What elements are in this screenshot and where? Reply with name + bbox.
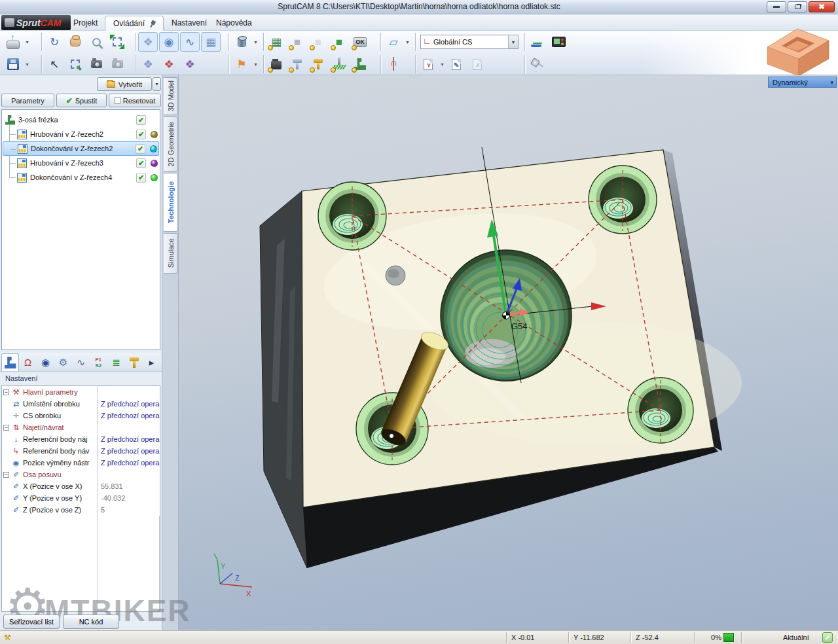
parameter-row[interactable]: ✛CS obrobkuZ předchozí opera: [2, 410, 160, 421]
stock-gray-button[interactable]: ■: [287, 32, 307, 52]
parameter-row[interactable]: ↓Referenční body nájZ předchozí opera: [2, 433, 160, 445]
workpiece-box-button[interactable]: ■: [308, 32, 328, 52]
select-rect-button[interactable]: [65, 54, 85, 74]
status-z-coordinate: Z -52.4: [636, 634, 659, 641]
save-file-button[interactable]: [3, 54, 23, 74]
spindle-head-button[interactable]: [266, 54, 286, 74]
tab-simulace[interactable]: Simulace: [164, 233, 178, 274]
pan-view-button[interactable]: [65, 32, 85, 52]
tool-silver-button[interactable]: [287, 54, 307, 74]
menu-nastaveni[interactable]: Nastavení: [164, 15, 215, 31]
menu-projekt[interactable]: Projekt: [65, 15, 105, 31]
cs-selector-combobox[interactable]: Globální CS: [420, 35, 519, 49]
filter-solids-button[interactable]: ❖: [138, 32, 158, 52]
collapse-icon[interactable]: −: [3, 425, 9, 431]
filter-points-button[interactable]: ◉: [159, 32, 179, 52]
view-cube-button-dropdown[interactable]: [404, 32, 411, 52]
menu-napoveda[interactable]: Nápověda: [208, 15, 260, 31]
view-cube-button[interactable]: ▱: [384, 32, 403, 52]
tab-more[interactable]: ▸: [143, 353, 160, 371]
tab-strategy[interactable]: ∿: [72, 353, 90, 371]
screw-button[interactable]: [528, 54, 547, 74]
capture-view-button[interactable]: [86, 54, 106, 74]
result-ok-button[interactable]: OK: [350, 32, 370, 52]
surface-select-button[interactable]: ❖: [138, 54, 158, 74]
reset-button[interactable]: Resetovat: [109, 94, 161, 107]
filter-surfaces-button[interactable]: ▦: [201, 32, 221, 52]
close-button[interactable]: ✖: [809, 1, 835, 12]
model-mesh-button[interactable]: ▦: [266, 32, 286, 52]
parameter-row[interactable]: −⇅Najetí/návrat: [2, 421, 160, 433]
parameters-button[interactable]: Parametry: [1, 94, 54, 107]
machine-console-button[interactable]: [549, 32, 568, 52]
parameter-row[interactable]: ⇄Umístění obrobkuZ předchozí opera: [2, 398, 160, 410]
tab-sphere[interactable]: ◉: [37, 353, 54, 371]
snap-magnet-button[interactable]: [384, 54, 403, 74]
tab-gear[interactable]: ⚙: [54, 353, 72, 371]
view-mode-dropdown[interactable]: Dynamický: [768, 77, 837, 88]
tab-setup-sheet[interactable]: Seřizovací list: [3, 615, 60, 629]
bookmark-button-icon: ⚑: [236, 59, 246, 70]
tree-item[interactable]: Dokončování v Z-řezech4✔: [3, 170, 159, 185]
zoom-fit-button[interactable]: [107, 32, 127, 52]
machine-button[interactable]: [350, 54, 370, 74]
cs-dropdown-arrow[interactable]: [508, 35, 518, 48]
bookmark-button[interactable]: ⚑: [232, 54, 251, 74]
simulation-layers-button[interactable]: [528, 32, 547, 52]
tool-gold-button[interactable]: [308, 54, 328, 74]
rotate-view-button[interactable]: ↻: [45, 32, 64, 52]
operation-icon: [17, 173, 27, 183]
viewport-3d[interactable]: G54 Y Z X Dynamický: [179, 75, 838, 630]
tree-item[interactable]: Dokončování v Z-řezech2✔: [3, 141, 159, 156]
parameter-row[interactable]: ◉Pozice výměny nástrZ předchozí opera: [2, 457, 160, 469]
restore-button[interactable]: [788, 1, 807, 12]
tab-machine[interactable]: [1, 353, 19, 371]
tab-nc-code[interactable]: NC kód: [63, 615, 119, 629]
cs-doc-button[interactable]: [418, 54, 438, 74]
tab-list[interactable]: ≣: [107, 353, 125, 371]
bookmark-button-dropdown[interactable]: [252, 54, 259, 74]
tab-feeds[interactable]: [90, 353, 107, 371]
menu-ovladani[interactable]: Ovládání: [105, 16, 164, 31]
tree-item[interactable]: 3-osá frézka✔: [3, 113, 159, 127]
surface-edges-button[interactable]: ❖: [159, 54, 179, 74]
open-file-button[interactable]: [3, 32, 23, 52]
cs-doc-button-dropdown[interactable]: [439, 54, 446, 74]
zoom-view-button[interactable]: [86, 32, 106, 52]
parameter-row[interactable]: ↳Referenční body návZ předchozí opera: [2, 445, 160, 457]
parameter-row[interactable]: ✐X (Pozice v ose X)55.831: [2, 480, 160, 492]
create-dropdown-button[interactable]: [153, 77, 161, 91]
stock-green-button[interactable]: ■: [329, 32, 349, 52]
parameter-row[interactable]: −⚒Hlavní parametry: [2, 386, 160, 398]
cs-doc-delete-button[interactable]: [467, 54, 487, 74]
tree-item[interactable]: Hrubování v Z-řezech3✔: [3, 156, 159, 170]
drill-cycle-button[interactable]: [329, 54, 349, 74]
stock-green-button-icon: ■: [336, 37, 342, 48]
filter-curves-button[interactable]: ∿: [180, 32, 200, 52]
parameter-row[interactable]: −✐Osa posuvu: [2, 469, 160, 480]
tab-2d-geometrie[interactable]: 2D Geometrie: [164, 116, 178, 171]
tree-item-label: Dokončování v Z-řezech4: [30, 173, 136, 181]
parameter-icon: ✛: [11, 412, 21, 420]
tab-tool[interactable]: [125, 353, 143, 371]
surface-point-button[interactable]: ❖: [180, 54, 200, 74]
save-file-button-dropdown[interactable]: [24, 54, 31, 74]
select-cursor-button[interactable]: ↖: [45, 54, 64, 74]
tab-technologie[interactable]: Technologie: [164, 173, 178, 232]
tab-workpiece[interactable]: Ω: [19, 353, 37, 371]
run-button[interactable]: ✔Spustit: [56, 94, 107, 107]
stock-cylinder-button[interactable]: [232, 32, 251, 52]
pin-icon[interactable]: [148, 19, 156, 28]
parameter-row[interactable]: ✐Y (Pozice v ose Y)-40.032: [2, 492, 160, 504]
collapse-icon[interactable]: −: [3, 472, 9, 478]
collapse-icon[interactable]: −: [3, 389, 9, 395]
cs-doc-edit-button[interactable]: [446, 54, 466, 74]
tree-item[interactable]: Hrubování v Z-řezech2✔: [3, 127, 159, 141]
parameter-row[interactable]: ✐Z (Pozice v ose Z)5: [2, 504, 160, 516]
create-operation-button[interactable]: Vytvořit: [97, 77, 152, 91]
tab-3d-model[interactable]: 3D Model: [164, 77, 178, 115]
capture-view2-button[interactable]: [107, 54, 127, 74]
stock-cylinder-button-dropdown[interactable]: [252, 32, 259, 52]
open-file-button-dropdown[interactable]: [24, 32, 31, 52]
minimize-button[interactable]: [767, 1, 786, 12]
